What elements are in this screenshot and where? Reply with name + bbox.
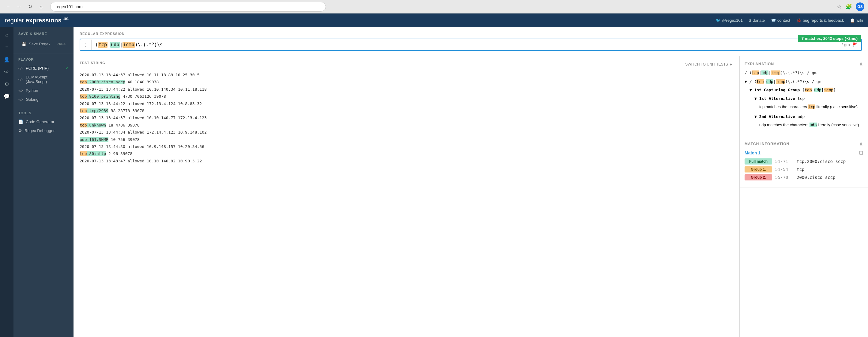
bug-icon: 🐞 — [796, 18, 801, 23]
regex-debugger-item[interactable]: ⚙ Regex Debugger — [13, 126, 73, 135]
site-header: regular expressions 101 🐦 @regex101 $ do… — [0, 13, 868, 27]
match-group2-row: Group 2. 55-70 2000:cisco_sccp — [745, 174, 863, 180]
test-line-5: 2020-07-13 13:44:22 allowed 172.13.4.124… — [80, 100, 733, 107]
test-line-2: tcp.2000:cisco_sccp 40 1840 39078 — [80, 79, 733, 86]
switch-unit-tests-btn[interactable]: SWITCH TO UNIT TESTS ► — [685, 62, 733, 66]
group1-tcp-line2: tcp — [80, 80, 87, 84]
code-generator-item[interactable]: 📄 Code Generator — [13, 117, 73, 126]
iconbar-home[interactable]: ⌂ — [1, 29, 12, 40]
flavor-ecma-code-icon: </> — [19, 78, 23, 81]
tree-group1-arrow: ▼ — [749, 88, 752, 92]
nav-contact[interactable]: 📨 contact — [771, 18, 790, 23]
address-bar[interactable]: regex101.com — [50, 2, 326, 12]
tree-alt2-desc: udp matches the characters udp literally… — [759, 121, 863, 128]
tree-root: ▼ / (tcp|udp|icmp)\.(.*?)\s / gm — [745, 78, 863, 85]
tree-alt2: ▼ 2nd Alternative udp — [754, 113, 863, 120]
flavor-pcre-check: ✓ — [65, 66, 69, 70]
group1-badge: Group 1. — [745, 166, 772, 173]
match-info-collapse[interactable]: ∧ — [859, 141, 863, 147]
regex-tcp-hl: tcp — [98, 42, 107, 48]
tree-alt1-label: 1st Alternative — [759, 96, 795, 101]
match-tcp-line8: tcp.unknown — [80, 123, 106, 127]
group2-badge: Group 2. — [745, 174, 772, 180]
test-line-10: udp.161:SNMP 10 756 39078 — [80, 136, 733, 143]
group1-tcp-line6: tcp — [80, 109, 87, 113]
nav-donate[interactable]: $ donate — [749, 18, 765, 23]
nav-wiki-label: wiki — [856, 18, 863, 23]
group1-tcp-line8: tcp — [80, 123, 87, 127]
flavor-golang-label: Golang — [26, 97, 39, 102]
match-badge: 7 matches, 2043 steps (~2ms) — [798, 35, 861, 42]
tree-alt2-label: 2nd Alternative — [759, 114, 795, 119]
test-line-13: 2020-07-13 13:43:47 allowed 10.10.140.92… — [80, 157, 733, 164]
logo-expressions: expressions — [26, 17, 62, 24]
forward-button[interactable]: → — [15, 2, 23, 11]
save-icon: 💾 — [22, 42, 26, 46]
test-line-9: 2020-07-13 13:44:34 allowed 172.14.4.123… — [80, 129, 733, 136]
test-line-8: tcp.unknown 18 4706 39078 — [80, 122, 733, 129]
right-panel: EXPLANATION ∧ / (tcp|udp|icmp)\.(.*?)\s … — [739, 56, 868, 337]
explanation-collapse[interactable]: ∧ — [859, 61, 863, 67]
iconbar-user[interactable]: 👤 — [1, 54, 12, 65]
test-section-header: TEST STRING SWITCH TO UNIT TESTS ► — [80, 61, 733, 68]
site-logo: regular expressions 101 — [5, 17, 69, 24]
content-area: REGULAR EXPRESSION ⋮ (tcp|udp|icmp)\.(.*… — [73, 27, 868, 337]
iconbar-code[interactable]: </> — [1, 66, 12, 77]
main-layout: ⌂ ≡ 👤 </> ⚙ 💬 SAVE & SHARE 💾 Save Regex … — [0, 27, 868, 337]
flavor-golang[interactable]: </> Golang — [13, 95, 73, 104]
flavor-pcre-label: PCRE (PHP) — [26, 66, 49, 70]
save-share-title: SAVE & SHARE — [19, 32, 69, 35]
match-info-label: MATCH INFORMATION — [745, 142, 789, 146]
tree-group1: ▼ 1st Capturing Group (tcp|udp|icmp) — [749, 86, 863, 93]
match-tcp-line6: tcp.tcp/2939 — [80, 109, 108, 113]
tcp-hl: tcp — [808, 104, 815, 109]
flavor-pcre[interactable]: </> PCRE (PHP) ✓ — [13, 64, 73, 72]
iconbar-settings[interactable]: ⚙ — [1, 79, 12, 89]
regex-icmp-hl: icmp — [123, 42, 135, 48]
sidebar: SAVE & SHARE 💾 Save Regex ctrl+s FLAVOR … — [13, 27, 73, 337]
test-line-11: 2020-07-13 13:44:30 allowed 10.9.148.157… — [80, 143, 733, 150]
nav-contact-label: contact — [777, 18, 790, 23]
group1-range: 51-54 — [775, 167, 794, 172]
tools-title: TOOLS — [13, 111, 73, 115]
browser-icons: ☆ 🧩 GS — [837, 2, 864, 11]
test-line-12: tcp.80:http 2 96 39078 — [80, 150, 733, 157]
nav-wiki[interactable]: 📋 wiki — [850, 18, 863, 23]
test-line-6: tcp.tcp/2939 38 28778 39078 — [80, 107, 733, 114]
nav-bug-reports[interactable]: 🐞 bug reports & feedback — [796, 18, 844, 23]
extensions-icon[interactable]: 🧩 — [845, 3, 852, 10]
save-regex-button[interactable]: 💾 Save Regex ctrl+s — [19, 39, 69, 49]
flavor-section: FLAVOR </> PCRE (PHP) ✓ </> ECMAScript (… — [13, 54, 73, 108]
site-nav: 🐦 @regex101 $ donate 📨 contact 🐞 bug rep… — [716, 18, 863, 23]
flavor-python-label: Python — [26, 88, 38, 93]
test-string-content: 2020-07-13 13:44:37 allowed 10.11.18.89 … — [80, 71, 733, 164]
wiki-icon: 📋 — [850, 18, 855, 23]
back-button[interactable]: ← — [4, 2, 12, 11]
nav-twitter[interactable]: 🐦 @regex101 — [716, 18, 743, 23]
group2-range: 55-70 — [775, 175, 794, 180]
test-line-7: 2020-07-13 13:44:37 allowed 10.10.140.77… — [80, 114, 733, 121]
match-copy-icon[interactable]: ❏ — [859, 150, 863, 155]
flavor-python[interactable]: </> Python — [13, 86, 73, 95]
debugger-icon: ⚙ — [19, 128, 22, 133]
group1-value: tcp — [797, 167, 804, 172]
home-button[interactable]: ⌂ — [37, 2, 45, 11]
group1-udp-line10: udp — [80, 137, 87, 142]
tree-alt1: ▼ 1st Alternative tcp — [754, 95, 863, 102]
profile-avatar[interactable]: GS — [856, 2, 864, 11]
test-line-4: tcp.9100:printing 4730 7063126 39078 — [80, 93, 733, 100]
tree-alt2-mono: udp — [798, 114, 805, 119]
test-section[interactable]: TEST STRING SWITCH TO UNIT TESTS ► 2020-… — [73, 56, 739, 337]
code-gen-icon: 📄 — [19, 120, 23, 124]
explanation-title: EXPLANATION ∧ — [745, 61, 863, 67]
regex-section-label: REGULAR EXPRESSION — [80, 32, 862, 35]
tree-group1-label: 1st Capturing Group — [754, 88, 800, 92]
udp-hl: udp — [809, 123, 816, 127]
iconbar-chat[interactable]: 💬 — [1, 91, 12, 102]
full-match-badge: Full match — [745, 158, 772, 164]
flavor-ecma[interactable]: </> ECMAScript (JavaScript) — [13, 72, 73, 86]
refresh-button[interactable]: ↻ — [26, 2, 34, 11]
star-icon[interactable]: ☆ — [837, 3, 842, 10]
tree-root-arrow: ▼ — [745, 79, 747, 84]
iconbar-list[interactable]: ≡ — [1, 42, 12, 53]
